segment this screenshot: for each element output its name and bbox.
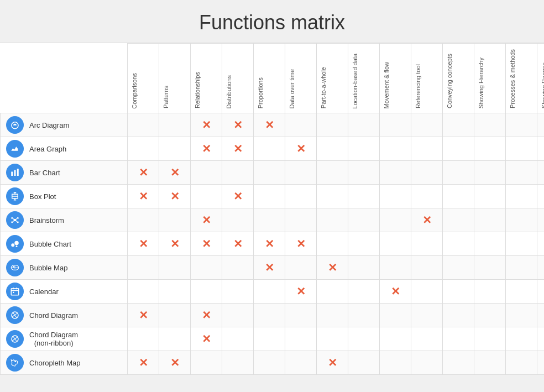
svg-point-20 [16,245,18,247]
cell-3-2 [191,185,222,208]
row-name-label: Calendar [29,288,59,296]
svg-rect-29 [13,292,14,293]
cell-1-9 [411,137,443,161]
mark-icon: ✕ [265,238,274,250]
svg-point-13 [17,222,19,223]
cell-7-4 [254,280,285,304]
cell-0-12 [506,113,537,137]
cell-5-10 [443,232,474,256]
table-row: Choropleth Map✕✕✕ [1,351,545,375]
row-label-5: Bubble Chart [1,232,128,256]
cell-10-13 [537,351,545,375]
cell-8-8 [380,304,411,327]
cell-8-13 [537,304,545,327]
cell-4-2: ✕ [191,208,222,232]
mark-icon: ✕ [139,309,148,321]
cell-0-4: ✕ [254,113,285,137]
row-name-label: Box Plot [29,192,56,201]
mark-icon: ✕ [202,214,211,226]
cell-6-8 [380,256,411,280]
brainstorm-icon [6,211,24,229]
cell-2-8 [380,161,411,185]
svg-point-11 [17,217,19,219]
cell-4-1 [159,208,191,232]
cell-9-9 [411,327,443,351]
cell-0-2: ✕ [191,113,222,137]
cell-5-2: ✕ [191,232,222,256]
row-name-label: Bubble Map [29,264,67,273]
mark-icon: ✕ [296,143,306,155]
svg-point-12 [11,222,13,223]
calendar-icon [6,283,24,300]
cell-10-12 [506,351,537,375]
mark-icon: ✕ [422,214,432,226]
column-headers: ComparisonsPatternsRelationshipsDistribu… [1,44,545,113]
cell-1-1 [159,137,191,161]
cell-6-3 [222,256,254,280]
cell-4-3 [222,208,254,232]
bubblemap-icon [6,259,24,276]
cell-9-5 [285,327,317,351]
choropleth-icon [6,354,24,372]
row-label-6: Bubble Map [1,256,128,280]
row-label-1: Area Graph [1,137,128,161]
mark-icon: ✕ [233,143,243,155]
page-title: Functions matrix [0,0,544,43]
row-label-9: Chord Diagram(non-ribbon) [1,327,128,351]
cell-7-0 [128,280,159,304]
cell-8-0: ✕ [128,304,159,327]
cell-8-11 [474,304,506,327]
table-row: Chord Diagram✕✕ [1,304,545,327]
cell-0-3: ✕ [222,113,254,137]
table-row: Area Graph✕✕✕ [1,137,545,161]
svg-line-14 [13,218,14,219]
cell-6-7 [348,256,380,280]
table-row: Calendar✕✕ [1,280,545,304]
cell-3-10 [443,185,474,208]
cell-10-9 [411,351,443,375]
mark-icon: ✕ [296,285,306,297]
cell-1-0 [128,137,159,161]
mark-icon: ✕ [139,166,148,179]
cell-9-10 [443,327,474,351]
cell-0-1 [159,113,191,137]
cell-7-9 [411,280,443,304]
mark-icon: ✕ [233,238,243,250]
cell-5-3: ✕ [222,232,254,256]
cell-3-11 [474,185,506,208]
row-label-8: Chord Diagram [1,304,128,327]
row-name-label: Choropleth Map [29,359,81,368]
row-name-label: Brainstorm [29,216,64,225]
cell-1-6 [317,137,348,161]
cell-9-6 [317,327,348,351]
cell-4-7 [348,208,380,232]
cell-5-12 [506,232,537,256]
row-label-7: Calendar [1,280,128,304]
chord2-icon [6,330,24,348]
cell-10-4 [254,351,285,375]
cell-6-13 [537,256,545,280]
cell-3-1: ✕ [159,185,191,208]
col-header-4: Proportions [254,44,285,113]
col-header-1: Patterns [159,44,191,113]
col-header-0: Comparisons [128,44,159,113]
cell-2-4 [254,161,285,185]
cell-1-4 [254,137,285,161]
cell-3-6 [317,185,348,208]
cell-2-5 [285,161,317,185]
cell-5-9 [411,232,443,256]
cell-8-5 [285,304,317,327]
col-header-11: Showing Hierarchy [474,44,506,113]
row-label-0: Arc Diagram [1,113,128,137]
col-header-12: Processes & methods [506,44,537,113]
arc-icon [6,116,24,134]
cell-4-8 [380,208,411,232]
cell-2-7 [348,161,380,185]
cell-4-11 [474,208,506,232]
mark-icon: ✕ [265,119,274,131]
mark-icon: ✕ [139,357,148,369]
cell-2-12 [506,161,537,185]
cell-3-0: ✕ [128,185,159,208]
cell-0-7 [348,113,380,137]
col-header-8: Movement & flow [380,44,411,113]
